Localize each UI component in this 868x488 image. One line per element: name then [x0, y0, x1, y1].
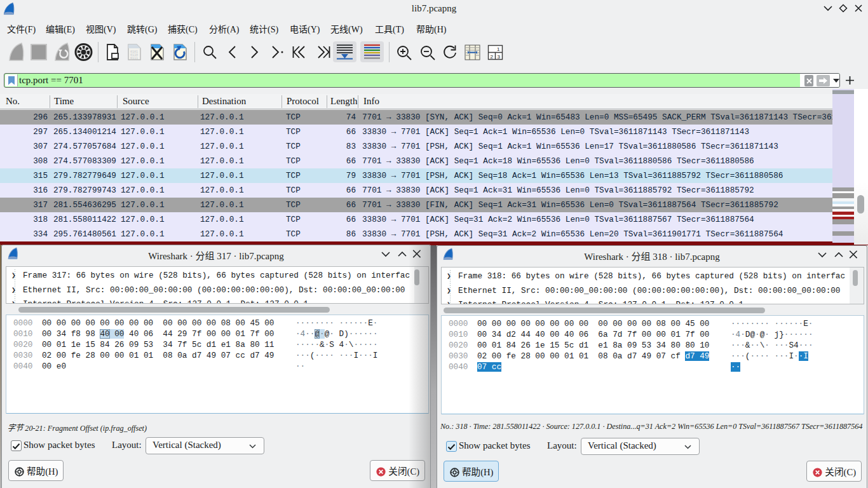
- svg-text:1: 1: [497, 46, 500, 52]
- svg-text:3: 3: [498, 54, 501, 60]
- svg-text:0111: 0111: [130, 56, 138, 60]
- svg-text:2: 2: [491, 54, 494, 60]
